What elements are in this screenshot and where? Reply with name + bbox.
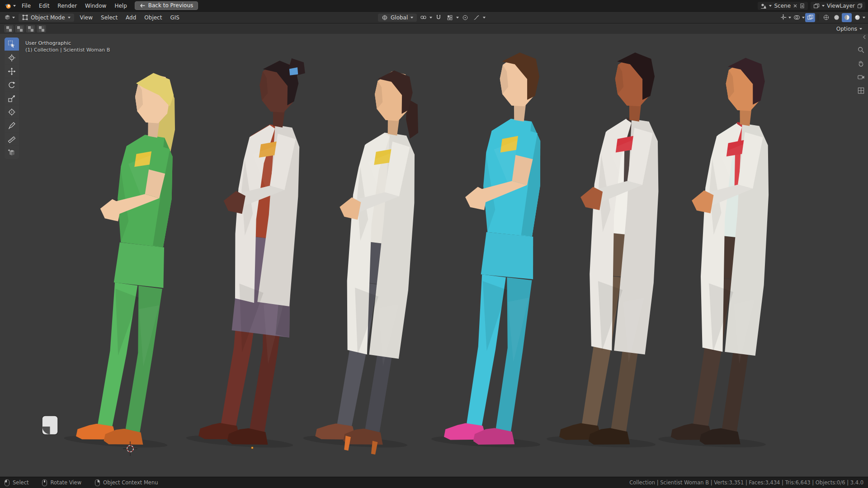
- tool-cursor[interactable]: [5, 51, 19, 64]
- tool-transform[interactable]: [5, 105, 19, 118]
- header-menu-object[interactable]: Object: [140, 13, 166, 22]
- tool-move[interactable]: [5, 65, 19, 78]
- mode-dropdown[interactable]: Object Mode: [19, 14, 74, 22]
- tool-rotate[interactable]: [5, 78, 19, 91]
- collapse-region-icon[interactable]: [862, 35, 867, 39]
- scene-icon: [760, 3, 767, 9]
- hint-select: Select: [5, 479, 28, 486]
- falloff-curve-icon[interactable]: [472, 13, 481, 22]
- character-scientist-woman-b-cardigan[interactable]: [186, 53, 320, 450]
- scene-unlink-icon[interactable]: [793, 4, 797, 8]
- scene-canvas: [0, 34, 868, 477]
- character-scientist-woman-labcoat[interactable]: [302, 66, 434, 457]
- character-scientist-man-b-labcoat[interactable]: [546, 49, 676, 449]
- object-mode-icon: [22, 14, 28, 20]
- tool-options: [4, 25, 46, 33]
- snap-magnet-icon[interactable]: [434, 13, 443, 22]
- topbar-menu-window[interactable]: Window: [81, 1, 110, 10]
- mouse-left-icon: [5, 479, 9, 486]
- snap-target-icon[interactable]: [445, 13, 455, 22]
- blender-logo-icon[interactable]: [3, 2, 18, 9]
- scene-selector[interactable]: Scene: [758, 2, 808, 10]
- hint-object-context-menu-label: Object Context Menu: [103, 479, 158, 486]
- back-arrow-icon: [140, 3, 146, 8]
- global-orientation-icon: [382, 14, 388, 21]
- left-toolbar: [5, 38, 19, 159]
- viewport-header: Object Mode ViewSelectAddObjectGIS Globa…: [0, 11, 868, 23]
- viewlayer-selector[interactable]: ViewLayer: [811, 2, 865, 10]
- editor-type-icon[interactable]: [2, 13, 12, 22]
- new-viewlayer-icon[interactable]: [857, 3, 863, 9]
- tool-option-1[interactable]: [4, 25, 14, 33]
- mouse-right-icon: [95, 479, 100, 486]
- shading-wireframe-icon[interactable]: [821, 13, 831, 22]
- viewport-3d[interactable]: User Orthographic (1) Collection | Scien…: [0, 34, 868, 477]
- show-overlays-icon[interactable]: [792, 13, 802, 22]
- topbar: FileEditRenderWindowHelp Back to Previou…: [0, 0, 868, 11]
- topbar-menu-edit[interactable]: Edit: [35, 1, 53, 10]
- header-menu-view[interactable]: View: [76, 13, 97, 22]
- toggle-xray-icon[interactable]: [805, 13, 815, 22]
- header-menu-add[interactable]: Add: [122, 13, 140, 22]
- back-to-previous-button[interactable]: Back to Previous: [135, 1, 198, 10]
- scene-name: Scene: [774, 3, 791, 9]
- mode-label: Object Mode: [31, 14, 65, 21]
- viewlayer-name: ViewLayer: [827, 3, 855, 9]
- header-menus: ViewSelectAddObjectGIS: [76, 13, 184, 22]
- statusbar: Select Rotate View Object Context Menu C…: [0, 477, 868, 488]
- tool-measure[interactable]: [5, 132, 19, 145]
- back-to-previous-label: Back to Previous: [148, 2, 193, 9]
- camera-view-control[interactable]: [856, 72, 866, 82]
- character-scientist-man-scrubs[interactable]: [431, 49, 561, 449]
- mouse-middle-icon: [42, 479, 47, 486]
- viewlayer-icon: [813, 3, 820, 9]
- shading-solid-icon[interactable]: [831, 13, 841, 22]
- character-scientist-man-c-labcoat[interactable]: [658, 54, 786, 449]
- scene-stats: Collection | Scientist Woman B | Verts:3…: [629, 479, 863, 486]
- shading-material-icon[interactable]: [842, 13, 852, 22]
- orientation-label: Global: [391, 14, 408, 21]
- grid-view-control[interactable]: [856, 85, 866, 95]
- header-menu-gis[interactable]: GIS: [166, 13, 183, 22]
- topbar-menu-render[interactable]: Render: [53, 1, 81, 10]
- hint-rotate-view-label: Rotate View: [50, 479, 81, 486]
- header-menu-select[interactable]: Select: [97, 13, 122, 22]
- zoom-control[interactable]: [856, 45, 866, 55]
- status-hints: Select Rotate View Object Context Menu: [5, 479, 171, 486]
- viewport-nav-controls: [856, 45, 866, 95]
- hint-rotate-view: Rotate View: [42, 479, 81, 486]
- tool-add-cube[interactable]: [5, 146, 19, 159]
- hint-select-label: Select: [13, 479, 28, 486]
- tool-option-4[interactable]: [37, 25, 46, 33]
- viewport-overlay-text: User Orthographic (1) Collection | Scien…: [25, 40, 110, 53]
- pivot-point-icon[interactable]: [418, 13, 428, 22]
- tool-option-2[interactable]: [15, 25, 24, 33]
- tool-select-box[interactable]: [5, 38, 19, 51]
- context-label: (1) Collection | Scientist Woman B: [25, 47, 110, 53]
- proportional-editing-icon[interactable]: [460, 13, 470, 22]
- topbar-menu-help[interactable]: Help: [110, 1, 131, 10]
- tool-settings-bar: Options: [0, 23, 868, 34]
- tool-annotate[interactable]: [5, 119, 19, 132]
- topbar-menus: FileEditRenderWindowHelp: [18, 1, 131, 10]
- shading-rendered-icon[interactable]: [852, 13, 862, 22]
- options-dropdown[interactable]: Options: [835, 25, 864, 33]
- tool-scale[interactable]: [5, 92, 19, 105]
- character-scientist-woman-green-scrubs[interactable]: [64, 69, 193, 450]
- hint-object-context-menu: Object Context Menu: [95, 479, 158, 486]
- show-gizmo-icon[interactable]: [778, 13, 788, 22]
- options-label: Options: [836, 26, 857, 32]
- pan-control[interactable]: [856, 58, 866, 68]
- tool-option-3[interactable]: [26, 25, 35, 33]
- mouse-drag-indicator: [42, 416, 58, 435]
- new-scene-icon[interactable]: [800, 3, 805, 9]
- topbar-menu-file[interactable]: File: [18, 1, 35, 10]
- orientation-dropdown[interactable]: Global: [378, 14, 417, 22]
- object-origin-dot[interactable]: [251, 446, 253, 449]
- projection-label: User Orthographic: [25, 40, 110, 47]
